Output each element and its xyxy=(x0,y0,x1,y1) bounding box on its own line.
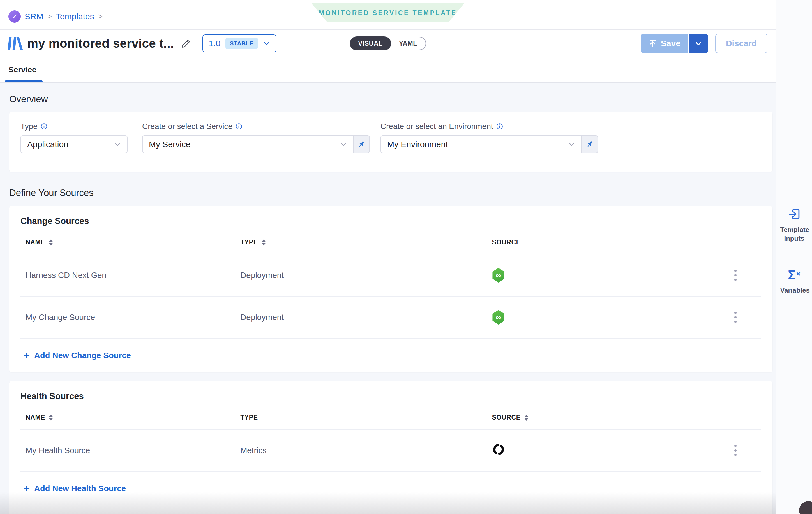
tab-service[interactable]: Service xyxy=(8,57,36,82)
pin-icon xyxy=(357,140,366,149)
version-status-badge: STABLE xyxy=(226,37,258,49)
info-icon xyxy=(496,123,503,130)
breadcrumb-separator-icon: > xyxy=(98,12,103,21)
window-top-divider xyxy=(0,3,812,3)
table-row[interactable]: My Health Source Metrics xyxy=(21,429,761,471)
environment-field-group: Create or select an Environment My Envir… xyxy=(380,122,598,162)
table-row[interactable]: My Change Source Deployment ∞ xyxy=(21,296,761,338)
table-row[interactable]: Harness CD Next Gen Deployment ∞ xyxy=(21,254,761,296)
breadcrumb: ✓ SRM > Templates > xyxy=(8,10,103,23)
chevron-down-icon xyxy=(695,39,702,48)
variables-label: Variables xyxy=(780,286,808,295)
service-select[interactable]: My Service xyxy=(142,135,354,153)
overview-card: Type Application Create or select a Serv… xyxy=(9,112,773,172)
pin-service-button[interactable] xyxy=(354,135,370,153)
health-source-name: My Health Source xyxy=(26,446,240,455)
harness-cd-icon: ∞ xyxy=(492,268,505,282)
breadcrumb-separator-icon: > xyxy=(48,12,52,21)
upload-icon xyxy=(648,39,657,48)
tab-bar: Service xyxy=(0,57,776,83)
template-inputs-icon xyxy=(788,207,801,221)
environment-select[interactable]: My Environment xyxy=(380,135,582,153)
active-tab-underline xyxy=(5,80,42,82)
row-options-kebab-icon[interactable] xyxy=(731,267,740,283)
sort-icon xyxy=(262,239,266,245)
row-options-kebab-icon[interactable] xyxy=(731,442,740,459)
info-icon xyxy=(235,123,242,130)
content-area: Overview Type Application xyxy=(0,83,776,514)
variables-sigma-icon: Σ× xyxy=(788,269,801,281)
type-select[interactable]: Application xyxy=(21,135,127,153)
template-inputs-label: Template Inputs xyxy=(780,225,808,243)
health-sources-card: Health Sources NAME TYPE SOURCE xyxy=(9,381,773,514)
page-title: my monitored service t... xyxy=(27,36,174,51)
chevron-down-icon xyxy=(568,141,575,148)
sort-icon xyxy=(524,415,528,421)
variables-button[interactable]: Σ× Variables xyxy=(776,269,812,295)
chevron-down-icon xyxy=(114,141,121,148)
monitored-service-template-badge: MONITORED SERVICE TEMPLATE xyxy=(312,3,464,23)
column-header-name[interactable]: NAME xyxy=(26,239,240,246)
column-header-type[interactable]: TYPE xyxy=(240,239,492,246)
sort-icon xyxy=(49,239,53,245)
change-sources-heading: Change Sources xyxy=(21,216,761,226)
plus-icon: + xyxy=(24,350,30,360)
right-rail: Template Inputs Σ× Variables xyxy=(776,0,812,514)
change-source-type: Deployment xyxy=(240,313,492,322)
pin-icon xyxy=(585,140,594,149)
info-icon xyxy=(40,123,48,130)
define-sources-heading: Define Your Sources xyxy=(9,187,773,198)
visual-yaml-toggle: VISUAL YAML xyxy=(350,37,426,50)
change-source-type: Deployment xyxy=(240,271,492,280)
template-inputs-button[interactable]: Template Inputs xyxy=(776,207,812,243)
column-header-source[interactable]: SOURCE xyxy=(492,414,710,421)
edit-title-pencil-icon[interactable] xyxy=(181,38,191,49)
row-options-kebab-icon[interactable] xyxy=(731,309,740,326)
main-column: ✓ SRM > Templates > MONITORED SERVICE TE… xyxy=(0,0,776,514)
health-source-type: Metrics xyxy=(240,446,492,455)
pin-environment-button[interactable] xyxy=(582,135,598,153)
column-header-type: TYPE xyxy=(240,414,492,421)
change-source-name: Harness CD Next Gen xyxy=(26,271,240,280)
change-sources-table-header: NAME TYPE SOURCE xyxy=(21,239,761,254)
column-header-source: SOURCE xyxy=(492,239,710,246)
save-options-caret[interactable] xyxy=(688,34,708,53)
type-label: Type xyxy=(21,122,37,131)
version-selector[interactable]: 1.0 STABLE xyxy=(202,34,276,52)
health-sources-heading: Health Sources xyxy=(21,391,761,401)
health-sources-table-header: NAME TYPE SOURCE xyxy=(21,414,761,429)
environment-label: Create or select an Environment xyxy=(380,122,493,131)
harness-cd-icon: ∞ xyxy=(492,310,505,325)
chevron-down-icon xyxy=(263,40,270,47)
chevron-down-icon xyxy=(340,141,347,148)
sort-icon xyxy=(49,415,53,421)
template-icon xyxy=(8,36,21,51)
service-label: Create or select a Service xyxy=(142,122,232,131)
save-button[interactable]: Save xyxy=(641,34,688,53)
change-sources-card: Change Sources NAME TYPE SOURCE xyxy=(9,206,773,372)
header-actions: Save Discard xyxy=(641,34,767,53)
plus-icon: + xyxy=(24,483,30,493)
appdynamics-icon xyxy=(492,443,505,456)
title-bar: my monitored service t... 1.0 STABLE VIS… xyxy=(0,30,776,57)
srm-module-icon: ✓ xyxy=(8,10,21,23)
breadcrumb-link-srm[interactable]: SRM xyxy=(25,12,44,21)
overview-heading: Overview xyxy=(9,94,773,104)
breadcrumb-bar: ✓ SRM > Templates > MONITORED SERVICE TE… xyxy=(0,3,776,30)
monitored-service-template-page: ✓ SRM > Templates > MONITORED SERVICE TE… xyxy=(0,0,812,514)
assistant-floating-button[interactable] xyxy=(799,501,812,514)
discard-button[interactable]: Discard xyxy=(715,34,767,53)
service-field-group: Create or select a Service My Service xyxy=(142,122,370,162)
add-new-health-source-button[interactable]: + Add New Health Source xyxy=(21,471,761,505)
add-new-change-source-button[interactable]: + Add New Change Source xyxy=(21,338,761,372)
save-split-button: Save xyxy=(641,34,708,53)
type-field-group: Type Application xyxy=(21,122,127,162)
column-header-name[interactable]: NAME xyxy=(26,414,240,421)
change-source-name: My Change Source xyxy=(26,313,240,322)
version-number: 1.0 xyxy=(209,39,221,48)
toggle-yaml[interactable]: YAML xyxy=(390,37,426,50)
toggle-visual[interactable]: VISUAL xyxy=(350,36,391,51)
breadcrumb-link-templates[interactable]: Templates xyxy=(56,12,94,21)
